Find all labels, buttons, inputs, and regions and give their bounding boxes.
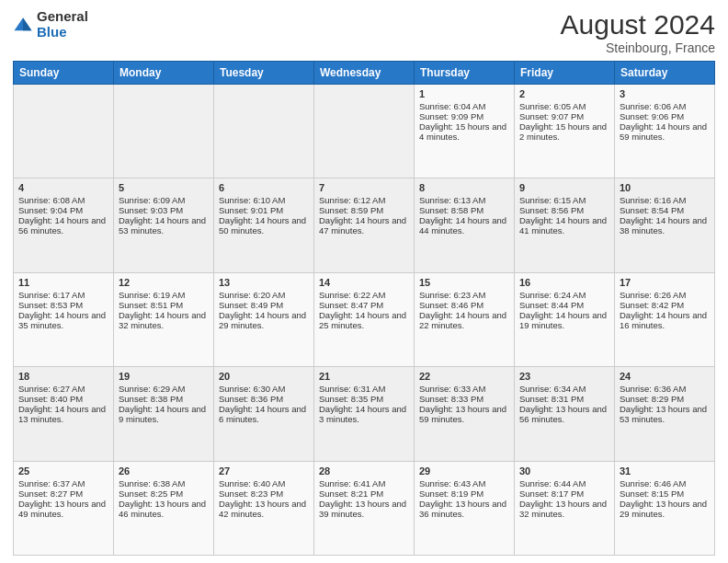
logo-general: General [37, 9, 88, 25]
day-number: 19 [119, 371, 209, 382]
sunrise-text: Sunrise: 6:20 AM [219, 290, 309, 300]
logo-blue: Blue [37, 25, 88, 40]
sunset-text: Sunset: 8:35 PM [319, 394, 409, 404]
daylight-text: Daylight: 13 hours and 59 minutes. [419, 404, 509, 424]
calendar-cell: 7Sunrise: 6:12 AMSunset: 8:59 PMDaylight… [314, 178, 415, 272]
day-number: 7 [319, 182, 409, 193]
sunset-text: Sunset: 9:03 PM [119, 205, 209, 215]
sunset-text: Sunset: 9:01 PM [219, 205, 309, 215]
calendar-cell: 10Sunrise: 6:16 AMSunset: 8:54 PMDayligh… [615, 178, 715, 272]
day-number: 31 [620, 465, 710, 477]
daylight-text: Daylight: 14 hours and 32 minutes. [119, 310, 209, 330]
sunset-text: Sunset: 9:09 PM [419, 111, 509, 121]
calendar-cell: 26Sunrise: 6:38 AMSunset: 8:25 PMDayligh… [114, 461, 214, 555]
daylight-text: Daylight: 14 hours and 44 minutes. [419, 215, 509, 236]
week-row-2: 4Sunrise: 6:08 AMSunset: 9:04 PMDaylight… [14, 178, 715, 272]
calendar-cell: 1Sunrise: 6:04 AMSunset: 9:09 PMDaylight… [415, 85, 515, 178]
calendar-cell: 9Sunrise: 6:15 AMSunset: 8:56 PMDaylight… [515, 178, 615, 272]
sunset-text: Sunset: 8:53 PM [18, 300, 108, 310]
sunrise-text: Sunrise: 6:22 AM [319, 290, 409, 300]
sunrise-text: Sunrise: 6:41 AM [319, 478, 409, 488]
day-number: 22 [419, 371, 509, 382]
sunrise-text: Sunrise: 6:23 AM [419, 290, 509, 300]
calendar-cell: 28Sunrise: 6:41 AMSunset: 8:21 PMDayligh… [314, 461, 415, 555]
day-number: 28 [319, 465, 409, 477]
day-number: 5 [119, 182, 209, 193]
sunrise-text: Sunrise: 6:27 AM [18, 384, 108, 394]
sunset-text: Sunset: 8:31 PM [519, 394, 609, 404]
day-number: 14 [319, 277, 409, 288]
sunrise-text: Sunrise: 6:15 AM [519, 195, 609, 205]
day-number: 12 [119, 277, 209, 288]
day-number: 24 [620, 371, 710, 382]
daylight-text: Daylight: 13 hours and 56 minutes. [519, 404, 609, 424]
calendar-cell: 14Sunrise: 6:22 AMSunset: 8:47 PMDayligh… [314, 272, 415, 366]
daylight-text: Daylight: 14 hours and 35 minutes. [18, 310, 108, 330]
daylight-text: Daylight: 15 hours and 4 minutes. [419, 121, 509, 142]
sunset-text: Sunset: 8:15 PM [620, 488, 710, 499]
daylight-text: Daylight: 14 hours and 9 minutes. [119, 404, 209, 424]
calendar: SundayMondayTuesdayWednesdayThursdayFrid… [13, 61, 715, 556]
daylight-text: Daylight: 15 hours and 2 minutes. [519, 121, 609, 142]
sunset-text: Sunset: 8:17 PM [519, 488, 609, 499]
calendar-cell: 22Sunrise: 6:33 AMSunset: 8:33 PMDayligh… [415, 367, 515, 461]
calendar-cell: 15Sunrise: 6:23 AMSunset: 8:46 PMDayligh… [415, 272, 515, 366]
sunrise-text: Sunrise: 6:09 AM [119, 195, 209, 205]
week-row-4: 18Sunrise: 6:27 AMSunset: 8:40 PMDayligh… [14, 367, 715, 461]
location: Steinbourg, France [561, 40, 715, 55]
calendar-cell: 20Sunrise: 6:30 AMSunset: 8:36 PMDayligh… [214, 367, 314, 461]
calendar-cell: 16Sunrise: 6:24 AMSunset: 8:44 PMDayligh… [515, 272, 615, 366]
calendar-cell [214, 85, 314, 178]
sunset-text: Sunset: 9:06 PM [620, 111, 710, 121]
calendar-cell: 17Sunrise: 6:26 AMSunset: 8:42 PMDayligh… [615, 272, 715, 366]
calendar-cell: 30Sunrise: 6:44 AMSunset: 8:17 PMDayligh… [515, 461, 615, 555]
calendar-cell: 19Sunrise: 6:29 AMSunset: 8:38 PMDayligh… [114, 367, 214, 461]
calendar-cell: 13Sunrise: 6:20 AMSunset: 8:49 PMDayligh… [214, 272, 314, 366]
day-number: 21 [319, 371, 409, 382]
sunset-text: Sunset: 9:04 PM [18, 205, 108, 215]
sunrise-text: Sunrise: 6:26 AM [620, 290, 710, 300]
sunrise-text: Sunrise: 6:10 AM [219, 195, 309, 205]
daylight-text: Daylight: 14 hours and 50 minutes. [219, 215, 309, 236]
daylight-text: Daylight: 14 hours and 41 minutes. [519, 215, 609, 236]
calendar-table: SundayMondayTuesdayWednesdayThursdayFrid… [13, 61, 715, 556]
calendar-cell: 3Sunrise: 6:06 AMSunset: 9:06 PMDaylight… [615, 85, 715, 178]
day-number: 1 [419, 88, 509, 99]
daylight-text: Daylight: 14 hours and 22 minutes. [419, 310, 509, 330]
day-number: 29 [419, 465, 509, 477]
day-number: 30 [519, 465, 609, 477]
sunrise-text: Sunrise: 6:17 AM [18, 290, 108, 300]
sunset-text: Sunset: 8:40 PM [18, 394, 108, 404]
sunrise-text: Sunrise: 6:19 AM [119, 290, 209, 300]
title-area: August 2024 Steinbourg, France [561, 9, 715, 55]
daylight-text: Daylight: 14 hours and 3 minutes. [319, 404, 409, 424]
sunrise-text: Sunrise: 6:29 AM [119, 384, 209, 394]
svg-marker-1 [23, 17, 31, 30]
sunrise-text: Sunrise: 6:46 AM [620, 478, 710, 488]
calendar-cell: 31Sunrise: 6:46 AMSunset: 8:15 PMDayligh… [615, 461, 715, 555]
day-number: 16 [519, 277, 609, 288]
day-number: 18 [18, 371, 108, 382]
daylight-text: Daylight: 14 hours and 25 minutes. [319, 310, 409, 330]
day-number: 15 [419, 277, 509, 288]
sunrise-text: Sunrise: 6:05 AM [519, 101, 609, 111]
calendar-header: SundayMondayTuesdayWednesdayThursdayFrid… [14, 62, 715, 85]
sunset-text: Sunset: 8:21 PM [319, 488, 409, 499]
daylight-text: Daylight: 13 hours and 36 minutes. [419, 499, 509, 519]
week-row-3: 11Sunrise: 6:17 AMSunset: 8:53 PMDayligh… [14, 272, 715, 366]
logo-icon [13, 15, 33, 35]
sunrise-text: Sunrise: 6:24 AM [519, 290, 609, 300]
sunrise-text: Sunrise: 6:38 AM [119, 478, 209, 488]
daylight-text: Daylight: 14 hours and 29 minutes. [219, 310, 309, 330]
calendar-cell: 6Sunrise: 6:10 AMSunset: 9:01 PMDaylight… [214, 178, 314, 272]
day-number: 25 [18, 465, 108, 477]
week-row-1: 1Sunrise: 6:04 AMSunset: 9:09 PMDaylight… [14, 85, 715, 178]
sunrise-text: Sunrise: 6:30 AM [219, 384, 309, 394]
sunset-text: Sunset: 8:27 PM [18, 488, 108, 499]
sunrise-text: Sunrise: 6:12 AM [319, 195, 409, 205]
day-number: 9 [519, 182, 609, 193]
sunrise-text: Sunrise: 6:43 AM [419, 478, 509, 488]
sunset-text: Sunset: 8:29 PM [620, 394, 710, 404]
logo-text: General Blue [37, 9, 88, 40]
calendar-cell: 23Sunrise: 6:34 AMSunset: 8:31 PMDayligh… [515, 367, 615, 461]
